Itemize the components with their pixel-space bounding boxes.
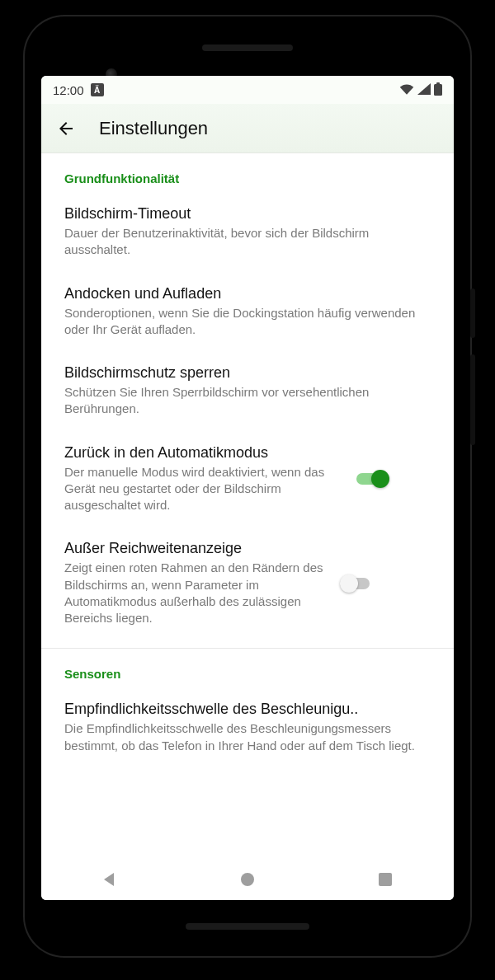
toggle-auto-mode[interactable] — [356, 470, 389, 488]
setting-subtitle: Schützen Sie Ihren Sperrbildschirm vor v… — [64, 384, 431, 418]
setting-title: Bildschirmschutz sperren — [64, 364, 431, 382]
setting-accel-threshold[interactable]: Empfindlichkeitsschwelle des Beschleunig… — [41, 687, 454, 761]
status-time: 12:00 — [53, 83, 84, 97]
side-button — [470, 354, 475, 445]
setting-title: Bildschirm-Timeout — [64, 205, 431, 223]
speaker-top — [202, 45, 293, 51]
square-recent-icon — [378, 872, 393, 887]
system-nav-bar — [41, 859, 454, 900]
nav-back-button[interactable] — [85, 863, 134, 896]
setting-subtitle: Zeigt einen roten Rahmen an den Rändern … — [64, 560, 328, 626]
setting-subtitle: Dauer der Benutzerinaktivität, bevor sic… — [64, 225, 431, 259]
circle-home-icon — [239, 871, 256, 888]
settings-list[interactable]: Grundfunktionalität Bildschirm-Timeout D… — [41, 153, 454, 859]
setting-screen-timeout[interactable]: Bildschirm-Timeout Dauer der Benutzerina… — [41, 192, 454, 272]
triangle-back-icon — [101, 871, 118, 888]
svg-rect-1 — [436, 82, 440, 85]
setting-dock-charge[interactable]: Andocken und Aufladen Sonderoptionen, we… — [41, 272, 454, 352]
setting-auto-mode[interactable]: Zurück in den Automatikmodus Der manuell… — [41, 431, 454, 528]
svg-rect-3 — [379, 873, 392, 886]
svg-point-2 — [241, 873, 254, 886]
side-button — [470, 288, 475, 338]
setting-subtitle: Sonderoptionen, wenn Sie die Dockingstat… — [64, 305, 431, 339]
arrow-back-icon — [56, 119, 76, 138]
back-button[interactable] — [50, 112, 82, 145]
battery-icon — [434, 82, 442, 98]
screen: 12:00 Ä Einstellungen Grundfunktionalitä… — [41, 76, 454, 900]
keyboard-lang-icon: Ä — [91, 83, 104, 96]
nav-home-button[interactable] — [223, 863, 272, 896]
setting-title: Empfindlichkeitsschwelle des Beschleunig… — [64, 701, 431, 718]
section-header-sensors: Sensoren — [41, 649, 454, 687]
setting-title: Außer Reichweitenanzeige — [64, 540, 328, 557]
status-bar: 12:00 Ä — [41, 76, 454, 104]
svg-rect-0 — [434, 84, 442, 96]
page-title: Einstellungen — [99, 118, 208, 139]
toggle-out-of-range[interactable] — [340, 574, 373, 593]
cellular-icon — [417, 83, 431, 97]
app-bar: Einstellungen — [41, 104, 454, 153]
nav-recent-button[interactable] — [361, 863, 410, 896]
section-header-basic: Grundfunktionalität — [41, 153, 454, 192]
speaker-bottom — [186, 923, 309, 930]
setting-subtitle: Die Empfindlichkeitsschwelle des Beschle… — [64, 720, 431, 754]
setting-title: Andocken und Aufladen — [64, 285, 431, 302]
setting-subtitle: Der manuelle Modus wird deaktiviert, wen… — [64, 464, 345, 514]
setting-lock-screen[interactable]: Bildschirmschutz sperren Schützen Sie Ih… — [41, 351, 454, 431]
wifi-icon — [399, 83, 414, 97]
setting-out-of-range[interactable]: Außer Reichweitenanzeige Zeigt einen rot… — [41, 527, 454, 640]
setting-title: Zurück in den Automatikmodus — [64, 444, 345, 462]
